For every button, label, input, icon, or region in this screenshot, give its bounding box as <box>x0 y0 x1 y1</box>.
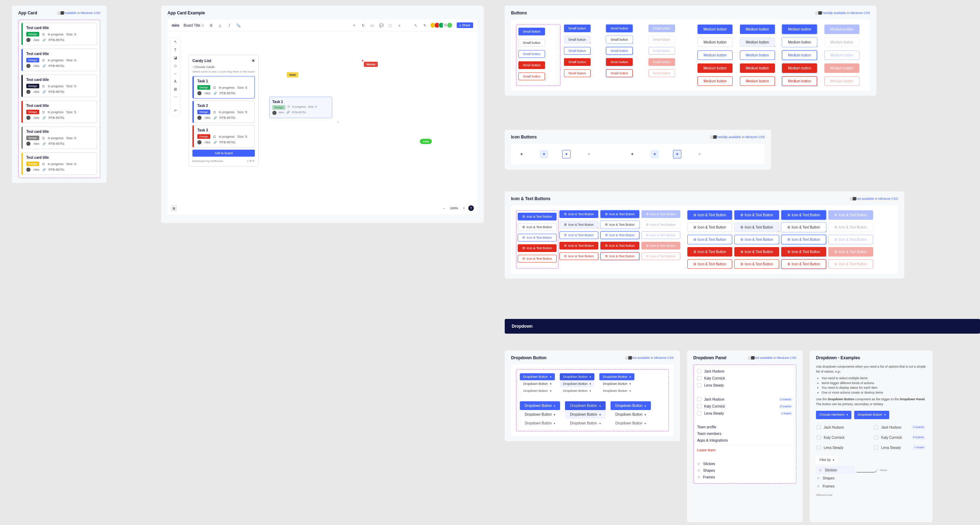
icon-text-button[interactable]: Icon & Text Button <box>518 223 557 231</box>
icon-button[interactable]: ✦ <box>562 150 571 158</box>
leave-team-item[interactable]: Leave team <box>697 447 793 453</box>
icon-text-button[interactable]: Icon & Text Button <box>518 255 557 262</box>
shape-option[interactable]: ☆Shapes <box>816 474 926 482</box>
icon-button[interactable]: ✦ <box>628 150 636 158</box>
icon-text-button[interactable]: Icon & Text Button <box>518 244 557 252</box>
dropdown-button[interactable]: Dropdown Button <box>560 380 595 387</box>
button[interactable]: Small button↖ <box>606 47 633 55</box>
help-icon[interactable]: ⍰ <box>247 159 248 162</box>
cursor-tool-icon[interactable]: ✧ <box>352 23 356 28</box>
app-card[interactable]: Test card title Design⊡In progressSize: … <box>21 23 97 45</box>
gear-icon[interactable]: ⚙ <box>249 159 252 162</box>
upload-icon[interactable]: ⤴ <box>227 23 232 28</box>
button[interactable]: Medium button↖ <box>740 76 775 86</box>
line-tool-icon[interactable]: ↔ <box>173 72 177 76</box>
icon-text-button[interactable]: Icon & Text Button↖ <box>559 231 598 239</box>
user-avatars[interactable]: +1 <box>431 22 452 28</box>
back-link[interactable]: ‹ Choose Cards <box>192 65 255 69</box>
button[interactable]: Small button↖ <box>564 69 590 77</box>
button[interactable]: Medium button↖ <box>740 64 775 73</box>
filter-dropdown[interactable]: Filter by <box>816 456 838 465</box>
icon-button[interactable]: ✦ <box>673 150 681 158</box>
more-tools-icon[interactable]: ⋯ <box>173 95 177 100</box>
option-row[interactable]: Lena Steady <box>816 444 869 452</box>
pointer-icon[interactable]: ↖ <box>413 23 418 28</box>
icon-text-button[interactable]: Icon & Text Button↖ <box>734 235 779 244</box>
icon-text-button[interactable]: Icon & Text Button↖ <box>734 247 779 256</box>
reaction-icon[interactable]: ✎ <box>422 23 427 28</box>
button[interactable]: Medium button↖ <box>782 76 817 86</box>
icon-text-button[interactable]: Icon & Text Button↖ <box>600 242 639 250</box>
button[interactable]: Small button <box>519 73 545 80</box>
button[interactable]: Medium button↖ <box>740 38 775 47</box>
button[interactable]: Medium button↖ <box>782 38 817 47</box>
option-row[interactable]: Katy Cormick <box>816 434 869 442</box>
search-icon[interactable]: 🔍 <box>236 23 241 28</box>
export-icon[interactable]: ⬚ <box>388 23 393 28</box>
add-to-board-button[interactable]: Add to board <box>192 150 255 157</box>
icon-text-button[interactable]: Icon & Text Button↖ <box>600 210 639 218</box>
button[interactable]: Small button <box>519 61 545 69</box>
choose-members-dropdown[interactable]: Choose members <box>816 411 851 419</box>
dropdown-button[interactable]: Dropdown Button <box>565 419 605 428</box>
icon-text-button[interactable]: Icon & Text Button↖ <box>559 210 598 218</box>
icon-text-button[interactable]: Icon & Text Button <box>687 223 732 232</box>
icon-text-button[interactable]: Icon & Text Button↖ <box>559 221 598 229</box>
icon-button[interactable]: ✦ <box>540 150 548 158</box>
close-icon[interactable]: ✕ <box>252 59 255 63</box>
icon-text-button[interactable]: Icon & Text Button↖ <box>781 223 826 232</box>
option-row[interactable]: Lena Steady1 board <box>873 444 926 452</box>
button[interactable]: Small button↖ <box>606 24 633 32</box>
icon-text-button[interactable]: Icon & Text Button↖ <box>559 252 598 260</box>
option-row[interactable]: Jack Hudson2 boards <box>697 396 793 402</box>
dropdown-button[interactable]: Dropdown Button <box>520 401 560 410</box>
hover-option[interactable]: ☆ Stickies <box>816 466 854 474</box>
app-card[interactable]: Test card title Design⊡In progressSize: … <box>21 100 97 123</box>
option-row[interactable]: Lena Steady <box>697 382 793 389</box>
frame-tool-icon[interactable]: ⊞ <box>174 87 177 91</box>
option-row[interactable]: Katy Cormick6 boards <box>873 434 926 442</box>
option-row[interactable]: Katy Cormick6 boards <box>697 402 793 410</box>
button[interactable]: Small button↖ <box>564 36 590 43</box>
button[interactable]: Small button↖ <box>564 24 590 32</box>
share-button[interactable]: ± Share <box>457 22 473 28</box>
app-card[interactable]: Test card title Design⊡In progressSize: … <box>21 153 97 175</box>
app-card[interactable]: Test card title Design⊡In progressSize: … <box>21 127 97 149</box>
button[interactable]: Medium button <box>697 64 733 73</box>
button[interactable]: Small button <box>519 39 545 47</box>
zoom-in-button[interactable]: + <box>461 206 466 211</box>
option-row[interactable]: Jack Hudson <box>697 368 793 375</box>
settings-icon[interactable]: ⚙ <box>208 23 213 28</box>
zoom-out-button[interactable]: − <box>442 206 446 211</box>
select-tool-icon[interactable]: ↖ <box>174 40 177 44</box>
board-title[interactable]: Board Title ☆ <box>184 24 205 27</box>
option-row[interactable]: Lena Steady1 board <box>697 410 793 417</box>
minimap-icon[interactable]: ⊞ <box>171 205 177 211</box>
app-card[interactable]: Test card title Design⊡In progressSize: … <box>21 49 97 71</box>
shape-option[interactable]: ☆Stickies <box>697 460 793 467</box>
icon-text-button[interactable]: Icon & Text Button <box>518 234 557 242</box>
option-row[interactable]: Katy Cormick <box>697 375 793 382</box>
button[interactable]: Medium button <box>697 38 733 47</box>
more-icon[interactable]: » <box>397 23 402 28</box>
button[interactable]: Medium button <box>697 76 733 86</box>
icon-text-button[interactable]: Icon & Text Button↖ <box>781 210 826 220</box>
icon-text-button[interactable]: Icon & Text Button↖ <box>781 235 826 244</box>
icon-text-button[interactable]: Icon & Text Button↖ <box>734 223 779 232</box>
bell-icon[interactable]: △ <box>218 23 223 28</box>
button[interactable]: Small button↖ <box>564 47 590 55</box>
app-card[interactable]: Test card title Design⊡In progressSize: … <box>21 75 97 97</box>
sticky-green[interactable]: xxxx <box>420 139 432 144</box>
icon-text-button[interactable]: Icon & Text Button <box>687 259 732 269</box>
button[interactable]: Medium button↖ <box>782 64 817 73</box>
text-tool-icon[interactable]: T <box>174 48 177 52</box>
comment-icon[interactable]: 💬 <box>379 23 384 28</box>
icon-text-button[interactable]: Icon & Text Button↖ <box>600 231 639 239</box>
sticky-red[interactable]: Nunca <box>364 62 378 67</box>
shape-option[interactable]: ☆Shapes <box>697 467 793 474</box>
option-row[interactable]: Jack Hudson2 boards <box>873 423 926 431</box>
dropdown-button[interactable]: Dropdown Button <box>854 411 889 419</box>
icon-text-button[interactable]: Icon & Text Button↖ <box>600 221 639 229</box>
icon-text-button[interactable]: Icon & Text Button <box>687 235 732 244</box>
shape-option[interactable]: ☆Frames <box>816 482 926 490</box>
